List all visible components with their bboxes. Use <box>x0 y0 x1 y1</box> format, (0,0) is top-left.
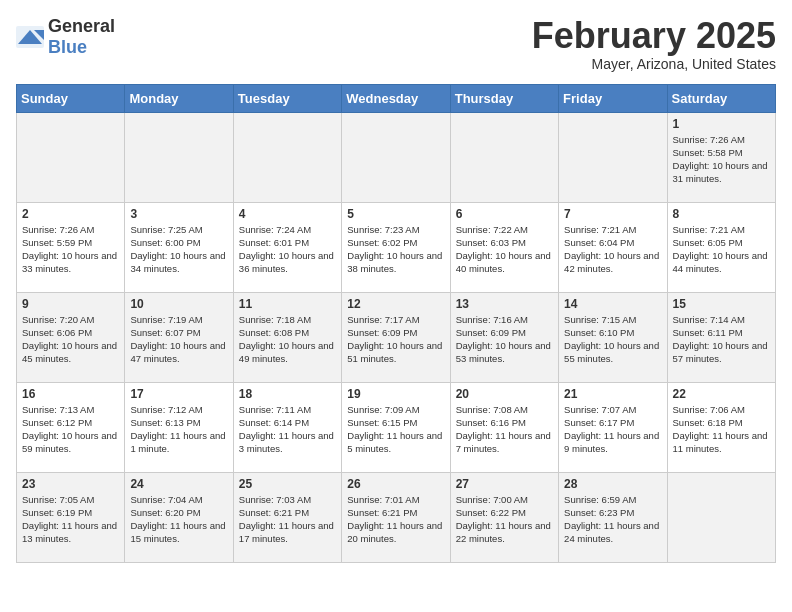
day-info: Sunrise: 7:20 AM Sunset: 6:06 PM Dayligh… <box>22 313 119 366</box>
day-number: 24 <box>130 477 227 491</box>
table-row: 23Sunrise: 7:05 AM Sunset: 6:19 PM Dayli… <box>17 472 125 562</box>
day-info: Sunrise: 7:04 AM Sunset: 6:20 PM Dayligh… <box>130 493 227 546</box>
day-info: Sunrise: 7:25 AM Sunset: 6:00 PM Dayligh… <box>130 223 227 276</box>
day-number: 7 <box>564 207 661 221</box>
table-row: 20Sunrise: 7:08 AM Sunset: 6:16 PM Dayli… <box>450 382 558 472</box>
table-row: 27Sunrise: 7:00 AM Sunset: 6:22 PM Dayli… <box>450 472 558 562</box>
header-friday: Friday <box>559 84 667 112</box>
table-row: 2Sunrise: 7:26 AM Sunset: 5:59 PM Daylig… <box>17 202 125 292</box>
calendar-header-row: Sunday Monday Tuesday Wednesday Thursday… <box>17 84 776 112</box>
table-row: 17Sunrise: 7:12 AM Sunset: 6:13 PM Dayli… <box>125 382 233 472</box>
table-row: 1Sunrise: 7:26 AM Sunset: 5:58 PM Daylig… <box>667 112 775 202</box>
day-info: Sunrise: 7:15 AM Sunset: 6:10 PM Dayligh… <box>564 313 661 366</box>
logo: General Blue <box>16 16 115 58</box>
day-info: Sunrise: 7:21 AM Sunset: 6:05 PM Dayligh… <box>673 223 770 276</box>
day-number: 23 <box>22 477 119 491</box>
table-row: 8Sunrise: 7:21 AM Sunset: 6:05 PM Daylig… <box>667 202 775 292</box>
table-row: 16Sunrise: 7:13 AM Sunset: 6:12 PM Dayli… <box>17 382 125 472</box>
table-row <box>450 112 558 202</box>
calendar-week-row: 16Sunrise: 7:13 AM Sunset: 6:12 PM Dayli… <box>17 382 776 472</box>
table-row <box>233 112 341 202</box>
header-monday: Monday <box>125 84 233 112</box>
day-number: 3 <box>130 207 227 221</box>
table-row: 22Sunrise: 7:06 AM Sunset: 6:18 PM Dayli… <box>667 382 775 472</box>
month-title: February 2025 <box>532 16 776 56</box>
header-saturday: Saturday <box>667 84 775 112</box>
day-info: Sunrise: 7:24 AM Sunset: 6:01 PM Dayligh… <box>239 223 336 276</box>
logo-general-text: General <box>48 16 115 36</box>
table-row: 18Sunrise: 7:11 AM Sunset: 6:14 PM Dayli… <box>233 382 341 472</box>
table-row: 28Sunrise: 6:59 AM Sunset: 6:23 PM Dayli… <box>559 472 667 562</box>
table-row: 6Sunrise: 7:22 AM Sunset: 6:03 PM Daylig… <box>450 202 558 292</box>
calendar-week-row: 23Sunrise: 7:05 AM Sunset: 6:19 PM Dayli… <box>17 472 776 562</box>
table-row: 21Sunrise: 7:07 AM Sunset: 6:17 PM Dayli… <box>559 382 667 472</box>
title-block: February 2025 Mayer, Arizona, United Sta… <box>532 16 776 72</box>
table-row: 9Sunrise: 7:20 AM Sunset: 6:06 PM Daylig… <box>17 292 125 382</box>
calendar-week-row: 1Sunrise: 7:26 AM Sunset: 5:58 PM Daylig… <box>17 112 776 202</box>
table-row <box>342 112 450 202</box>
header-sunday: Sunday <box>17 84 125 112</box>
day-info: Sunrise: 7:17 AM Sunset: 6:09 PM Dayligh… <box>347 313 444 366</box>
day-info: Sunrise: 7:01 AM Sunset: 6:21 PM Dayligh… <box>347 493 444 546</box>
day-number: 1 <box>673 117 770 131</box>
header-wednesday: Wednesday <box>342 84 450 112</box>
day-info: Sunrise: 7:18 AM Sunset: 6:08 PM Dayligh… <box>239 313 336 366</box>
day-number: 18 <box>239 387 336 401</box>
day-number: 5 <box>347 207 444 221</box>
table-row: 15Sunrise: 7:14 AM Sunset: 6:11 PM Dayli… <box>667 292 775 382</box>
day-number: 16 <box>22 387 119 401</box>
day-info: Sunrise: 7:26 AM Sunset: 5:58 PM Dayligh… <box>673 133 770 186</box>
location: Mayer, Arizona, United States <box>532 56 776 72</box>
day-info: Sunrise: 7:06 AM Sunset: 6:18 PM Dayligh… <box>673 403 770 456</box>
table-row <box>125 112 233 202</box>
day-info: Sunrise: 7:09 AM Sunset: 6:15 PM Dayligh… <box>347 403 444 456</box>
table-row: 24Sunrise: 7:04 AM Sunset: 6:20 PM Dayli… <box>125 472 233 562</box>
day-number: 15 <box>673 297 770 311</box>
table-row <box>559 112 667 202</box>
day-info: Sunrise: 7:03 AM Sunset: 6:21 PM Dayligh… <box>239 493 336 546</box>
day-number: 9 <box>22 297 119 311</box>
table-row: 26Sunrise: 7:01 AM Sunset: 6:21 PM Dayli… <box>342 472 450 562</box>
day-number: 21 <box>564 387 661 401</box>
day-info: Sunrise: 7:05 AM Sunset: 6:19 PM Dayligh… <box>22 493 119 546</box>
day-info: Sunrise: 7:11 AM Sunset: 6:14 PM Dayligh… <box>239 403 336 456</box>
table-row: 3Sunrise: 7:25 AM Sunset: 6:00 PM Daylig… <box>125 202 233 292</box>
day-number: 27 <box>456 477 553 491</box>
day-number: 28 <box>564 477 661 491</box>
day-number: 19 <box>347 387 444 401</box>
day-info: Sunrise: 7:22 AM Sunset: 6:03 PM Dayligh… <box>456 223 553 276</box>
day-number: 8 <box>673 207 770 221</box>
day-number: 13 <box>456 297 553 311</box>
table-row: 10Sunrise: 7:19 AM Sunset: 6:07 PM Dayli… <box>125 292 233 382</box>
table-row: 14Sunrise: 7:15 AM Sunset: 6:10 PM Dayli… <box>559 292 667 382</box>
table-row: 11Sunrise: 7:18 AM Sunset: 6:08 PM Dayli… <box>233 292 341 382</box>
logo-icon <box>16 26 44 48</box>
table-row: 13Sunrise: 7:16 AM Sunset: 6:09 PM Dayli… <box>450 292 558 382</box>
header-thursday: Thursday <box>450 84 558 112</box>
page-header: General Blue February 2025 Mayer, Arizon… <box>16 16 776 72</box>
day-info: Sunrise: 7:12 AM Sunset: 6:13 PM Dayligh… <box>130 403 227 456</box>
day-number: 26 <box>347 477 444 491</box>
day-info: Sunrise: 7:00 AM Sunset: 6:22 PM Dayligh… <box>456 493 553 546</box>
table-row: 12Sunrise: 7:17 AM Sunset: 6:09 PM Dayli… <box>342 292 450 382</box>
logo-blue-text: Blue <box>48 37 87 57</box>
day-info: Sunrise: 7:08 AM Sunset: 6:16 PM Dayligh… <box>456 403 553 456</box>
day-number: 2 <box>22 207 119 221</box>
day-number: 14 <box>564 297 661 311</box>
day-info: Sunrise: 7:13 AM Sunset: 6:12 PM Dayligh… <box>22 403 119 456</box>
day-info: Sunrise: 7:23 AM Sunset: 6:02 PM Dayligh… <box>347 223 444 276</box>
day-number: 12 <box>347 297 444 311</box>
table-row: 7Sunrise: 7:21 AM Sunset: 6:04 PM Daylig… <box>559 202 667 292</box>
table-row <box>667 472 775 562</box>
day-number: 25 <box>239 477 336 491</box>
day-number: 4 <box>239 207 336 221</box>
day-info: Sunrise: 7:07 AM Sunset: 6:17 PM Dayligh… <box>564 403 661 456</box>
day-number: 22 <box>673 387 770 401</box>
header-tuesday: Tuesday <box>233 84 341 112</box>
day-number: 11 <box>239 297 336 311</box>
day-info: Sunrise: 6:59 AM Sunset: 6:23 PM Dayligh… <box>564 493 661 546</box>
table-row: 5Sunrise: 7:23 AM Sunset: 6:02 PM Daylig… <box>342 202 450 292</box>
day-number: 6 <box>456 207 553 221</box>
calendar-week-row: 9Sunrise: 7:20 AM Sunset: 6:06 PM Daylig… <box>17 292 776 382</box>
calendar-week-row: 2Sunrise: 7:26 AM Sunset: 5:59 PM Daylig… <box>17 202 776 292</box>
